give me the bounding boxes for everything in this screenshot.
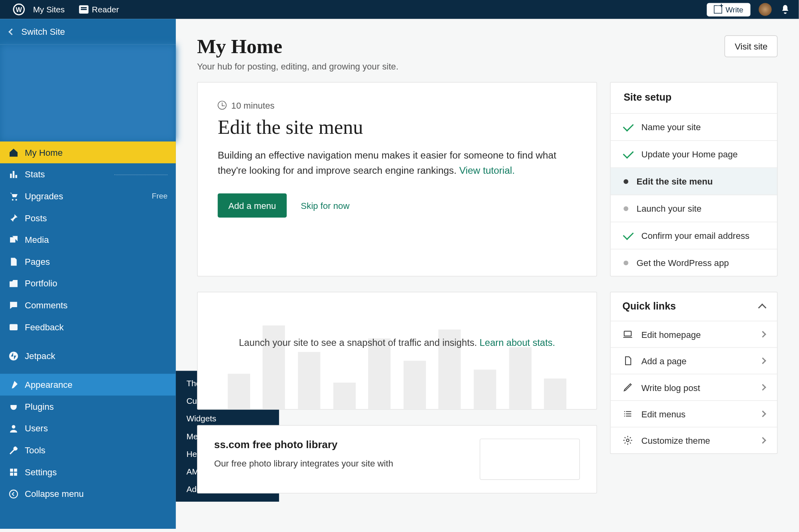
sidebar-menu: My Home Stats Upgrades Free Posts Media bbox=[0, 141, 176, 504]
comment-icon bbox=[8, 300, 19, 311]
topbar-my-sites[interactable]: W My Sites bbox=[0, 0, 72, 19]
sidebar-item-stats[interactable]: Stats bbox=[0, 163, 176, 185]
sidebar-item-tools[interactable]: Tools bbox=[0, 439, 176, 461]
setup-item-update-home[interactable]: Update your Home page bbox=[611, 141, 777, 168]
sidebar-item-label: Tools bbox=[25, 445, 167, 455]
sidebar-item-collapse[interactable]: Collapse menu bbox=[0, 483, 176, 505]
chevron-right-icon bbox=[759, 437, 766, 444]
task-duration: 10 minutes bbox=[231, 100, 275, 110]
sidebar-item-label: Users bbox=[25, 423, 167, 433]
check-icon bbox=[623, 121, 634, 131]
add-menu-button[interactable]: Add a menu bbox=[218, 193, 287, 218]
pages-icon bbox=[8, 256, 19, 267]
stats-icon bbox=[8, 169, 19, 180]
ql-add-page[interactable]: Add a page bbox=[611, 348, 777, 374]
check-icon bbox=[623, 147, 634, 158]
write-button[interactable]: Write bbox=[707, 3, 750, 16]
sidebar-item-jetpack[interactable]: Jetpack bbox=[0, 345, 176, 367]
ql-item-label: Customize theme bbox=[641, 435, 710, 445]
sidebar-item-my-home[interactable]: My Home bbox=[0, 141, 176, 163]
user-icon bbox=[8, 423, 19, 434]
sidebar-item-label: Jetpack bbox=[25, 351, 167, 361]
sidebar-item-posts[interactable]: Posts bbox=[0, 207, 176, 229]
sidebar-item-label: My Home bbox=[25, 147, 167, 157]
sidebar-item-label: Settings bbox=[25, 467, 167, 477]
pin-icon bbox=[8, 212, 19, 223]
sidebar-item-appearance[interactable]: Appearance bbox=[0, 374, 176, 396]
photo-card-text: Our free photo library integrates your s… bbox=[214, 457, 462, 470]
chevron-right-icon bbox=[759, 331, 766, 338]
svg-rect-3 bbox=[10, 324, 18, 330]
sidebar-item-feedback[interactable]: Feedback bbox=[0, 316, 176, 338]
task-description: Building an effective navigation menu ma… bbox=[218, 148, 576, 178]
setup-item-get-app[interactable]: Get the WordPress app bbox=[611, 249, 777, 276]
sidebar-item-media[interactable]: Media bbox=[0, 229, 176, 251]
sidebar-item-plugins[interactable]: Plugins bbox=[0, 395, 176, 417]
topbar-reader[interactable]: Reader bbox=[72, 0, 126, 19]
site-setup-title: Site setup bbox=[611, 83, 777, 114]
ql-edit-menus[interactable]: Edit menus bbox=[611, 401, 777, 427]
brush-icon bbox=[8, 379, 19, 390]
main-content: My Home Your hub for posting, editing, a… bbox=[176, 19, 799, 529]
list-icon bbox=[622, 409, 633, 419]
stats-placeholder-text: Launch your site to see a snapshot of tr… bbox=[215, 336, 579, 350]
sidebar-item-label: Media bbox=[25, 234, 167, 244]
task-title: Edit the site menu bbox=[218, 116, 576, 139]
bullet-icon bbox=[624, 260, 628, 265]
ql-edit-homepage[interactable]: Edit homepage bbox=[611, 321, 777, 347]
setup-item-confirm-email[interactable]: Confirm your email address bbox=[611, 222, 777, 249]
wrench-icon bbox=[8, 445, 19, 456]
ql-customize-theme[interactable]: Customize theme bbox=[611, 427, 777, 453]
sidebar: Switch Site My Home Stats Upgrades Free … bbox=[0, 19, 176, 529]
sidebar-item-upgrades[interactable]: Upgrades Free bbox=[0, 185, 176, 207]
topbar-reader-label: Reader bbox=[92, 5, 119, 14]
jetpack-icon bbox=[8, 350, 19, 361]
topbar-my-sites-label: My Sites bbox=[33, 5, 65, 14]
cart-icon bbox=[8, 191, 19, 201]
site-preview-thumbnail[interactable] bbox=[0, 45, 176, 141]
quick-links-card: Quick links Edit homepage Add a page Wri… bbox=[610, 292, 777, 454]
sidebar-item-label: Collapse menu bbox=[25, 489, 167, 499]
learn-about-stats-link[interactable]: Learn about stats. bbox=[480, 338, 555, 348]
sidebar-item-portfolio[interactable]: Portfolio bbox=[0, 272, 176, 294]
sidebar-item-pages[interactable]: Pages bbox=[0, 250, 176, 272]
svg-point-2 bbox=[11, 238, 12, 239]
ql-write-post[interactable]: Write blog post bbox=[611, 374, 777, 401]
setup-item-name-site[interactable]: Name your site bbox=[611, 114, 777, 141]
svg-rect-9 bbox=[14, 472, 17, 476]
sidebar-item-label: Upgrades bbox=[25, 191, 146, 201]
sidebar-item-label: Posts bbox=[25, 213, 167, 223]
notifications-icon[interactable] bbox=[780, 4, 791, 15]
settings-icon bbox=[8, 466, 19, 477]
setup-item-label: Edit the site menu bbox=[637, 176, 713, 186]
sidebar-item-label: Comments bbox=[25, 300, 167, 310]
svg-rect-8 bbox=[10, 472, 13, 476]
setup-item-launch[interactable]: Launch your site bbox=[611, 195, 777, 222]
setup-item-label: Launch your site bbox=[637, 203, 701, 213]
switch-site-link[interactable]: Switch Site bbox=[0, 19, 176, 45]
skip-for-now-link[interactable]: Skip for now bbox=[301, 200, 350, 210]
view-tutorial-link[interactable]: View tutorial. bbox=[459, 165, 515, 176]
check-icon bbox=[623, 229, 634, 240]
portfolio-icon bbox=[8, 278, 19, 289]
visit-site-button[interactable]: Visit site bbox=[725, 36, 777, 58]
photo-library-card: ss.com free photo library Our free photo… bbox=[197, 425, 597, 493]
sidebar-item-users[interactable]: Users bbox=[0, 417, 176, 439]
sidebar-item-settings[interactable]: Settings bbox=[0, 461, 176, 483]
svg-point-0 bbox=[12, 199, 14, 200]
sidebar-item-comments[interactable]: Comments bbox=[0, 294, 176, 316]
home-icon bbox=[8, 147, 19, 158]
setup-item-label: Name your site bbox=[641, 122, 701, 132]
sidebar-item-label: Pages bbox=[25, 256, 167, 266]
chevron-right-icon bbox=[759, 411, 766, 417]
svg-point-4 bbox=[9, 351, 18, 360]
chevron-up-icon[interactable] bbox=[758, 304, 767, 312]
ql-item-label: Add a page bbox=[641, 356, 686, 366]
setup-item-edit-menu[interactable]: Edit the site menu bbox=[611, 168, 777, 195]
stats-divider bbox=[114, 174, 167, 175]
wordpress-logo-icon: W bbox=[13, 4, 25, 16]
avatar[interactable] bbox=[759, 3, 771, 16]
ql-item-label: Edit menus bbox=[641, 409, 685, 419]
setup-item-label: Get the WordPress app bbox=[637, 258, 729, 268]
quick-links-title: Quick links bbox=[622, 301, 676, 313]
